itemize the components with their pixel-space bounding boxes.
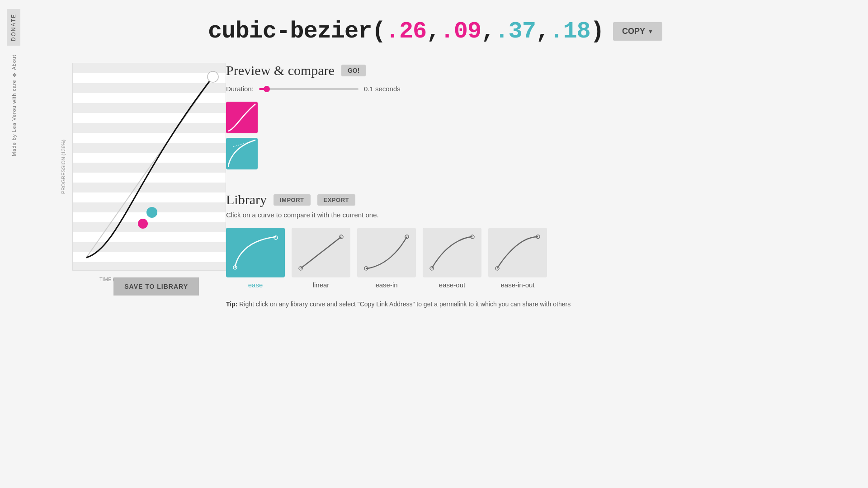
tip-content: Right click on any library curve and sel…: [237, 300, 571, 308]
svg-line-0: [86, 77, 213, 258]
tip-text: Tip: Right click on any library curve an…: [226, 300, 841, 309]
preview-title: Preview & compare: [226, 63, 335, 78]
curve-card-ease[interactable]: ease: [226, 228, 285, 289]
sidebar: DONATE Made by Lea Verou with care ✻ Abo…: [0, 0, 27, 488]
main-content: cubic-bezier(.26,.09,.37,.18) COPY PROGR…: [27, 0, 868, 488]
formula-bar: cubic-bezier(.26,.09,.37,.18) COPY: [208, 18, 841, 45]
canvas-area: PROGRESSION (136%): [45, 63, 199, 309]
curve-thumb-ease-out: [423, 228, 481, 277]
formula-comma1: ,: [426, 18, 440, 45]
curve-thumb-linear: [292, 228, 350, 277]
formula-v2: .09: [440, 18, 481, 45]
curve-card-linear[interactable]: linear: [292, 228, 350, 289]
ease-curve-svg: [231, 232, 280, 273]
formula-v3: .37: [495, 18, 536, 45]
formula-prefix: cubic-bezier(: [208, 18, 386, 45]
right-panel: Preview & compare GO! Duration: 0.1 seco…: [226, 63, 841, 309]
curve-label-ease: ease: [248, 281, 263, 289]
curve-label-ease-out: ease-out: [439, 281, 465, 289]
donate-tab[interactable]: DONATE: [7, 9, 20, 46]
curve-thumb-ease: [226, 228, 285, 277]
svg-point-4: [146, 207, 157, 218]
curve-card-ease-in-out[interactable]: ease-in-out: [488, 228, 547, 289]
curve-card-ease-in[interactable]: ease-in: [357, 228, 416, 289]
bezier-graph[interactable]: [72, 63, 226, 271]
y-axis-label: PROGRESSION (136%): [61, 140, 66, 194]
svg-line-11: [301, 237, 341, 268]
library-curves: ease linear: [226, 228, 841, 289]
curve-label-ease-in: ease-in: [375, 281, 397, 289]
import-button[interactable]: IMPORT: [274, 194, 311, 206]
library-header: Library IMPORT EXPORT: [226, 192, 841, 207]
formula-v1: .26: [386, 18, 427, 45]
content-layout: PROGRESSION (136%): [45, 63, 841, 309]
svg-line-6: [233, 140, 255, 147]
preview-box-teal: [226, 138, 258, 169]
duration-slider[interactable]: [259, 88, 359, 90]
export-button[interactable]: EXPORT: [317, 194, 355, 206]
copy-button[interactable]: COPY: [613, 22, 662, 41]
preview-boxes: [226, 102, 841, 169]
ease-out-curve-svg: [427, 232, 477, 273]
formula-v4: .18: [549, 18, 590, 45]
svg-point-3: [138, 219, 148, 229]
about-tab[interactable]: Made by Lea Verou with care ✻ About: [11, 55, 17, 156]
preview-curve-teal: [226, 138, 258, 169]
formula-comma2: ,: [481, 18, 495, 45]
preview-header: Preview & compare GO!: [226, 63, 841, 78]
formula-suffix: ): [590, 18, 604, 45]
curve-label-ease-in-out: ease-in-out: [500, 281, 534, 289]
curve-thumb-ease-in-out: [488, 228, 547, 277]
curve-label-linear: linear: [313, 281, 330, 289]
linear-curve-svg: [296, 232, 346, 273]
preview-curve-pink: [226, 102, 258, 133]
duration-row: Duration: 0.1 seconds: [226, 85, 841, 93]
svg-point-2: [208, 71, 218, 82]
curve-card-ease-out[interactable]: ease-out: [423, 228, 481, 289]
duration-value: 0.1 seconds: [364, 85, 401, 93]
ease-in-out-curve-svg: [493, 232, 542, 273]
formula-comma3: ,: [536, 18, 549, 45]
tip-bold: Tip:: [226, 300, 237, 308]
go-button[interactable]: GO!: [341, 65, 366, 76]
bezier-svg: [73, 63, 226, 271]
ease-in-curve-svg: [362, 232, 411, 273]
library-title: Library: [226, 192, 267, 207]
svg-point-10: [274, 236, 278, 239]
library-subtitle: Click on a curve to compare it with the …: [226, 211, 841, 219]
duration-label: Duration:: [226, 85, 254, 93]
preview-box-pink: [226, 102, 258, 133]
formula-display: cubic-bezier(.26,.09,.37,.18): [208, 18, 604, 45]
curve-thumb-ease-in: [357, 228, 416, 277]
save-to-library-button[interactable]: SAVE TO LIBRARY: [113, 277, 199, 296]
